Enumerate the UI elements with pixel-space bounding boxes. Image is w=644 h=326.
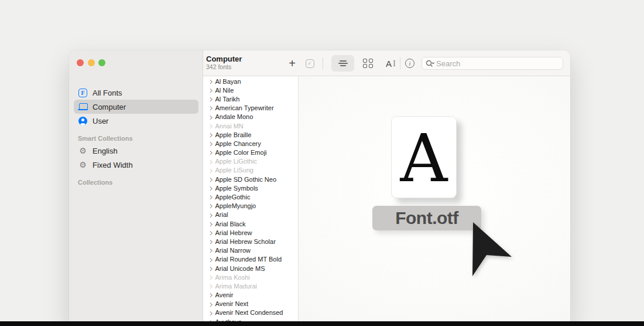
font-row[interactable]: Avenir Next (203, 300, 298, 308)
font-row[interactable]: Arial Unicode MS (203, 264, 298, 273)
computer-icon (78, 103, 88, 110)
font-family-name: Arial Black (215, 220, 246, 227)
disclosure-chevron-icon[interactable] (208, 258, 212, 262)
disclosure-chevron-icon[interactable] (208, 160, 212, 164)
grid-view-icon (363, 59, 373, 69)
disclosure-chevron-icon[interactable] (208, 133, 212, 137)
font-family-name: Apple Symbols (215, 185, 258, 192)
sidebar-list: FAll FontsComputerUserSmart Collections⚙… (74, 86, 198, 188)
font-family-name: Arial Hebrew (215, 229, 252, 236)
user-icon (78, 117, 88, 125)
window-title: Computer (206, 55, 242, 63)
font-family-name: Al Bayan (215, 78, 241, 85)
font-family-name: American Typewriter (215, 104, 274, 111)
sidebar-item-computer[interactable]: Computer (74, 100, 198, 114)
toolbar-separator (400, 57, 400, 69)
font-family-name: Avenir (215, 291, 234, 298)
disclosure-chevron-icon[interactable] (208, 89, 212, 92)
disclosure-chevron-icon[interactable] (208, 213, 212, 217)
disclosure-chevron-icon[interactable] (208, 106, 212, 110)
sidebar-item-all-fonts[interactable]: FAll Fonts (74, 86, 198, 100)
search-icon (426, 60, 434, 67)
font-count: 342 fonts (206, 63, 242, 70)
list-view-button[interactable] (331, 55, 354, 72)
sidebar-item-user[interactable]: User (74, 114, 198, 128)
disclosure-chevron-icon[interactable] (208, 276, 212, 279)
sidebar-item-fixed-width[interactable]: ⚙Fixed Width (74, 158, 198, 172)
disclosure-chevron-icon[interactable] (208, 142, 212, 145)
font-row[interactable]: Andale Mono (203, 113, 298, 121)
preview-pane: A Font.otf (299, 76, 570, 326)
sidebar-item-label: Computer (93, 103, 126, 111)
info-button[interactable]: i (403, 56, 417, 70)
disclosure-chevron-icon[interactable] (208, 186, 212, 190)
disclosure-chevron-icon[interactable] (208, 311, 212, 315)
font-family-name: Arima Koshi (215, 274, 250, 281)
sample-text-button[interactable]: AI (379, 55, 402, 72)
content-area: Al BayanAl NileAl TarikhAmerican Typewri… (203, 76, 570, 326)
disclosure-chevron-icon[interactable] (208, 303, 212, 306)
font-row[interactable]: AppleMyungjo (203, 202, 298, 210)
font-row[interactable]: Arial Rounded MT Bold (203, 255, 298, 264)
validate-font-button[interactable]: ✓ (303, 56, 317, 70)
sidebar-item-label: User (93, 117, 108, 125)
font-row[interactable]: Arima Madurai (203, 281, 298, 290)
font-row[interactable]: Arima Koshi (203, 273, 298, 281)
font-row[interactable]: AppleGothic (203, 192, 298, 201)
font-family-name: Al Nile (215, 87, 234, 94)
font-row[interactable]: Apple Braille (203, 130, 298, 139)
font-row[interactable]: Al Tarikh (203, 94, 298, 103)
bottom-black-bar (0, 321, 644, 326)
disclosure-chevron-icon[interactable] (208, 222, 212, 226)
font-row[interactable]: Al Nile (203, 86, 298, 94)
font-row[interactable]: Avenir (203, 291, 298, 300)
sidebar-item-english[interactable]: ⚙English (74, 144, 198, 158)
font-row[interactable]: Apple Chancery (203, 139, 298, 148)
disclosure-chevron-icon[interactable] (208, 151, 212, 154)
font-family-name: Apple Braille (215, 131, 252, 138)
disclosure-chevron-icon[interactable] (208, 249, 212, 252)
info-icon: i (405, 59, 415, 68)
font-row[interactable]: Arial Hebrew Scholar (203, 237, 298, 246)
zoom-button[interactable] (98, 59, 105, 66)
font-family-name: Apple LiSung (215, 167, 254, 174)
disclosure-chevron-icon[interactable] (208, 80, 212, 83)
disclosure-chevron-icon[interactable] (208, 240, 212, 243)
font-row[interactable]: Arial Narrow (203, 246, 298, 255)
disclosure-chevron-icon[interactable] (208, 293, 212, 297)
minimize-button[interactable] (88, 59, 95, 66)
font-row[interactable]: Apple Color Emoji (203, 148, 298, 157)
add-font-button[interactable]: + (285, 56, 299, 70)
font-family-name: Arial Narrow (215, 247, 251, 254)
font-row[interactable]: Apple Symbols (203, 184, 298, 192)
font-family-name: Arima Madurai (215, 283, 258, 290)
grid-view-button[interactable] (357, 55, 379, 72)
disclosure-chevron-icon[interactable] (208, 178, 212, 181)
disclosure-chevron-icon[interactable] (208, 169, 212, 172)
font-row[interactable]: Arial Hebrew (203, 228, 298, 237)
disclosure-chevron-icon[interactable] (208, 231, 212, 235)
font-row[interactable]: Apple LiGothic (203, 157, 298, 166)
close-button[interactable] (77, 59, 84, 66)
gear-icon: ⚙ (78, 147, 88, 155)
disclosure-chevron-icon[interactable] (208, 195, 212, 199)
toolbar: Computer 342 fonts + ✓ AI (203, 50, 570, 76)
disclosure-chevron-icon[interactable] (208, 97, 212, 101)
font-row[interactable]: Avenir Next Condensed (203, 308, 298, 317)
font-row[interactable]: Arial (203, 210, 298, 219)
all-fonts-icon: F (78, 89, 88, 97)
font-row[interactable]: Annai MN (203, 121, 298, 130)
disclosure-chevron-icon[interactable] (208, 116, 212, 119)
font-row[interactable]: Arial Black (203, 219, 298, 228)
disclosure-chevron-icon[interactable] (208, 124, 212, 128)
font-row[interactable]: Al Bayan (203, 77, 298, 86)
font-row[interactable]: American Typewriter (203, 104, 298, 113)
font-row[interactable]: Apple LiSung (203, 166, 298, 175)
disclosure-chevron-icon[interactable] (208, 284, 212, 288)
disclosure-chevron-icon[interactable] (208, 205, 212, 208)
search-input[interactable] (436, 59, 559, 68)
font-family-name: Apple Chancery (215, 140, 261, 147)
search-field[interactable] (422, 57, 563, 70)
disclosure-chevron-icon[interactable] (208, 267, 212, 270)
font-row[interactable]: Apple SD Gothic Neo (203, 175, 298, 184)
